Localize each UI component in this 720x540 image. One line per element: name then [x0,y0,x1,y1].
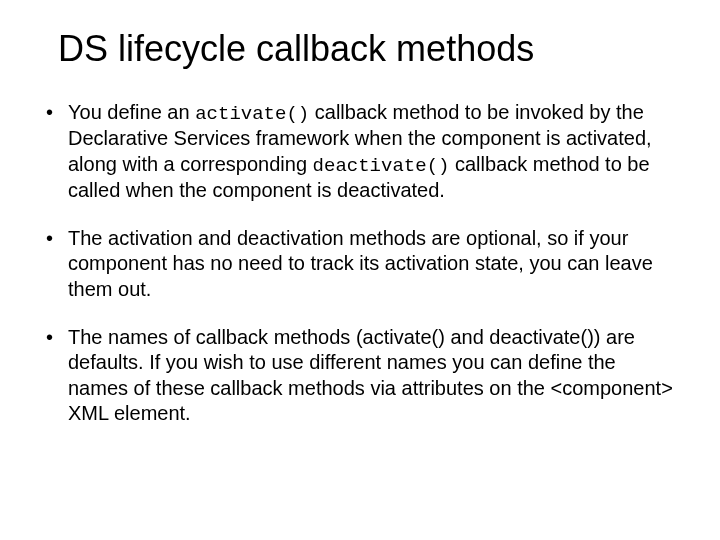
list-item: You define an activate() callback method… [40,100,680,204]
bullet-list: You define an activate() callback method… [40,100,680,427]
slide: DS lifecycle callback methods You define… [0,0,720,540]
list-item: The names of callback methods (activate(… [40,325,680,427]
list-item: The activation and deactivation methods … [40,226,680,303]
bullet-text: The activation and deactivation methods … [68,227,653,300]
code-span: deactivate() [313,155,450,177]
code-span: activate() [195,103,309,125]
bullet-text: The names of callback methods (activate(… [68,326,673,425]
bullet-text: You define an [68,101,195,123]
slide-title: DS lifecycle callback methods [58,28,680,70]
